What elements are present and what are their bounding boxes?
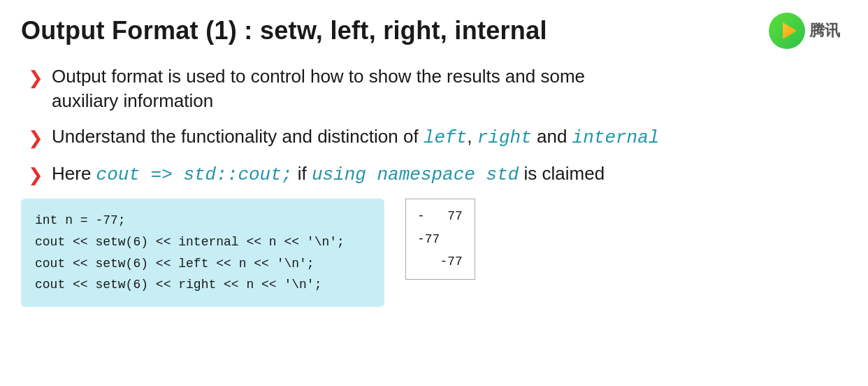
- logo-area: 腾讯: [769, 13, 840, 49]
- page-title: Output Format (1) : setw, left, right, i…: [21, 16, 547, 45]
- tencent-logo-icon: [769, 13, 805, 49]
- bullet-text-2: Understand the functionality and distinc…: [52, 124, 659, 150]
- logo-text: 腾讯: [809, 20, 840, 41]
- code-using-namespace: using namespace std: [312, 164, 519, 185]
- bullet-text-1: Output format is used to control how to …: [52, 64, 585, 113]
- bullet-item-1: ❯ Output format is used to control how t…: [28, 64, 840, 113]
- code-line-3: cout << setw(6) << left << n << '\n';: [35, 253, 370, 275]
- code-right: right: [477, 127, 532, 148]
- bullet-text-3: Here cout => std::cout; if using namespa…: [52, 162, 605, 187]
- output-block: - 77 -77 -77: [405, 199, 475, 279]
- code-block: int n = -77; cout << setw(6) << internal…: [21, 199, 384, 306]
- code-internal: internal: [572, 127, 660, 148]
- slide-container: Output Format (1) : setw, left, right, i…: [0, 0, 868, 386]
- code-cout-std: cout => std::cout;: [96, 164, 293, 185]
- header: Output Format (1) : setw, left, right, i…: [21, 13, 840, 49]
- code-left: left: [424, 127, 467, 148]
- bullet-item-2: ❯ Understand the functionality and disti…: [28, 124, 840, 150]
- bottom-section: int n = -77; cout << setw(6) << internal…: [21, 199, 840, 306]
- bullet-arrow-1: ❯: [28, 66, 43, 90]
- code-line-1: int n = -77;: [35, 210, 370, 231]
- bullet-list: ❯ Output format is used to control how t…: [28, 64, 840, 187]
- bullet-arrow-2: ❯: [28, 126, 43, 150]
- bullet-arrow-3: ❯: [28, 163, 43, 187]
- code-line-2: cout << setw(6) << internal << n << '\n'…: [35, 231, 370, 253]
- bullet-item-3: ❯ Here cout => std::cout; if using names…: [28, 162, 840, 187]
- code-line-4: cout << setw(6) << right << n << '\n';: [35, 274, 370, 296]
